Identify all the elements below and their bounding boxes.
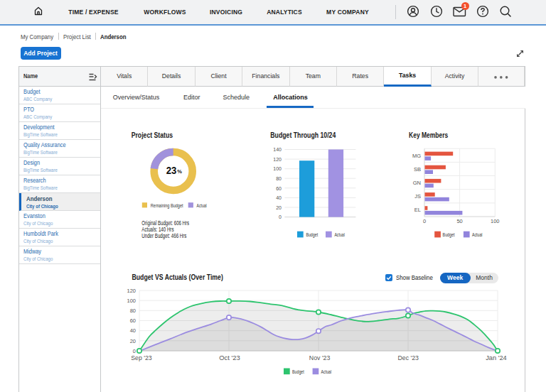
svg-text:60: 60 xyxy=(130,317,136,324)
svg-text:Budget: Budget xyxy=(292,369,304,375)
svg-text:0: 0 xyxy=(279,214,282,219)
svg-text:Dec '23: Dec '23 xyxy=(397,354,419,361)
svg-text:Actual: Actual xyxy=(472,232,483,238)
svg-text:Actual: Actual xyxy=(334,232,345,238)
svg-text:MG: MG xyxy=(412,153,421,159)
svg-text:80: 80 xyxy=(130,307,136,314)
svg-text:20: 20 xyxy=(130,338,136,344)
svg-text:40: 40 xyxy=(130,327,136,334)
svg-text:100: 100 xyxy=(273,166,282,171)
svg-text:50: 50 xyxy=(456,218,462,224)
svg-text:100: 100 xyxy=(127,298,136,304)
svg-text:23: 23 xyxy=(166,164,177,176)
svg-text:0: 0 xyxy=(423,218,426,224)
svg-text:Sep '23: Sep '23 xyxy=(131,354,152,361)
svg-text:Key Members: Key Members xyxy=(409,131,448,139)
svg-text:Project Status: Project Status xyxy=(132,131,173,139)
svg-text:Budget VS Actuals (Over Time): Budget VS Actuals (Over Time) xyxy=(132,273,223,281)
svg-text:Under Budget: 466 Hrs: Under Budget: 466 Hrs xyxy=(141,232,186,239)
svg-text:Budget: Budget xyxy=(443,232,455,238)
svg-text:Actual: Actual xyxy=(321,369,332,375)
svg-text:40: 40 xyxy=(276,195,282,200)
svg-text:EL: EL xyxy=(414,207,421,213)
svg-text:Budget Through 10/24: Budget Through 10/24 xyxy=(270,131,336,139)
svg-text:SB: SB xyxy=(414,166,421,173)
svg-text:20: 20 xyxy=(276,205,282,210)
svg-text:Actual: Actual xyxy=(197,202,207,209)
svg-text:Remaining Budget: Remaining Budget xyxy=(151,202,183,209)
svg-text:100: 100 xyxy=(491,218,500,224)
svg-text:120: 120 xyxy=(273,157,282,162)
svg-text:Budget: Budget xyxy=(306,232,318,238)
svg-text:Jan '24: Jan '24 xyxy=(486,354,507,361)
svg-text:140: 140 xyxy=(273,147,282,152)
svg-text:GN: GN xyxy=(413,180,421,186)
svg-text:80: 80 xyxy=(276,176,282,181)
svg-text:Oct '23: Oct '23 xyxy=(219,354,240,361)
svg-text:0: 0 xyxy=(133,348,136,354)
svg-text:60: 60 xyxy=(276,186,282,191)
svg-text:JS: JS xyxy=(414,193,421,200)
svg-text:120: 120 xyxy=(127,288,136,294)
svg-text:%: % xyxy=(177,168,182,175)
svg-text:Nov '23: Nov '23 xyxy=(309,354,331,361)
